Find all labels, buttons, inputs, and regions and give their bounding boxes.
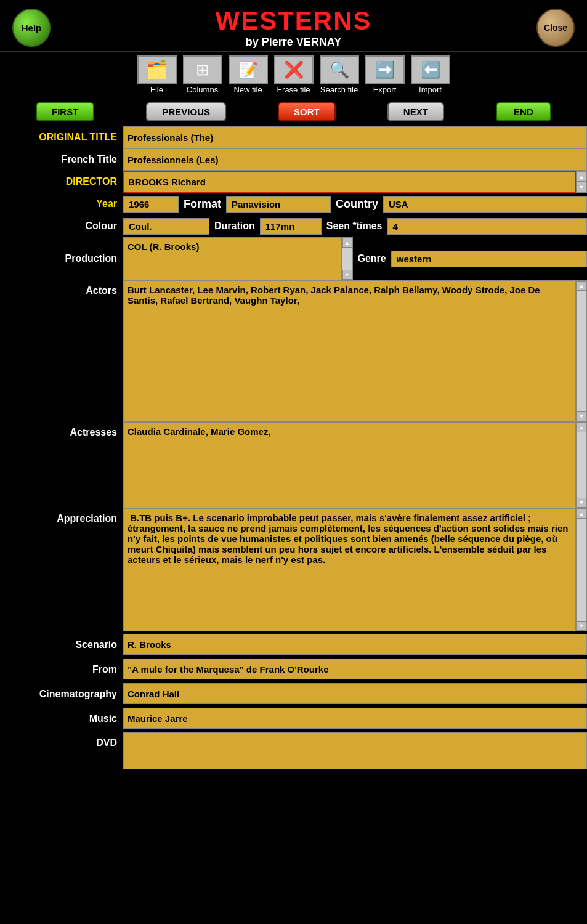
director-label: DIRECTOR: [0, 171, 123, 193]
actresses-scroll-down[interactable]: ▼: [577, 498, 586, 508]
french-title-label: French Title: [0, 148, 123, 171]
from-label: From: [0, 659, 123, 681]
production-scroll-down[interactable]: ▼: [342, 270, 352, 280]
duration-label: Duration: [209, 218, 260, 234]
actors-label: Actors: [0, 280, 123, 299]
erase-file-icon: ❌: [274, 55, 314, 84]
french-title-row: French Title Professionnels (Les): [0, 148, 587, 171]
production-scroll-up[interactable]: ▲: [342, 238, 352, 248]
import-icon: ⬅️: [411, 55, 450, 84]
year-value[interactable]: 1966: [123, 196, 179, 213]
director-scroll-down[interactable]: ▼: [577, 182, 586, 192]
actresses-label: Actresses: [0, 422, 123, 440]
actors-row: Actors ▲ ▼: [0, 280, 587, 422]
toolbar-search-label: Search file: [320, 85, 358, 94]
dvd-label: DVD: [0, 732, 123, 751]
director-scroll-up[interactable]: ▲: [577, 171, 586, 182]
end-button[interactable]: END: [496, 102, 551, 121]
toolbar-columns[interactable]: ⊞ Columns: [183, 55, 222, 94]
previous-button[interactable]: PREVIOUS: [146, 102, 226, 121]
export-icon: ➡️: [365, 55, 405, 84]
toolbar-search-file[interactable]: 🔍 Search file: [320, 55, 359, 94]
toolbar-erase-label: Erase file: [277, 85, 310, 94]
columns-icon: ⊞: [183, 55, 222, 84]
actors-scroll-down[interactable]: ▼: [577, 411, 586, 421]
first-button[interactable]: FIRST: [36, 102, 94, 121]
appreciation-label: Appreciation: [0, 508, 123, 527]
genre-label: Genre: [358, 253, 391, 264]
production-genre-row: Production ▲ ▼ Genre western: [0, 237, 587, 280]
from-row: From "A mule for the Marquesa" de Frank …: [0, 659, 587, 681]
production-scrollbar: ▲ ▼: [342, 237, 353, 280]
toolbar-new-file[interactable]: 📝 New file: [229, 55, 268, 94]
genre-value[interactable]: western: [391, 251, 587, 267]
toolbar-erase-file[interactable]: ❌ Erase file: [274, 55, 314, 94]
original-title-label: ORIGINAL TITLE: [0, 126, 123, 148]
actresses-value[interactable]: [123, 422, 576, 508]
actresses-scrollbar: ▲ ▼: [576, 422, 587, 508]
app-subtitle: by Pierre VERNAY: [0, 36, 587, 49]
colour-label: Colour: [0, 215, 123, 237]
toolbar-export-label: Export: [373, 85, 397, 94]
appreciation-scroll-up[interactable]: ▲: [577, 509, 586, 519]
toolbar: 🗂️ File ⊞ Columns 📝 New file ❌ Erase fil…: [0, 51, 587, 97]
format-value[interactable]: Panavision: [226, 196, 331, 213]
music-row: Music Maurice Jarre: [0, 708, 587, 730]
help-button[interactable]: Help: [12, 9, 51, 47]
actors-value[interactable]: [123, 280, 576, 422]
scenario-row: Scenario R. Brooks: [0, 634, 587, 656]
search-file-icon: 🔍: [320, 55, 359, 84]
format-label: Format: [179, 195, 226, 213]
music-label: Music: [0, 708, 123, 730]
director-value[interactable]: BROOKS Richard: [123, 171, 576, 193]
toolbar-new-file-label: New file: [233, 85, 262, 94]
toolbar-columns-label: Columns: [187, 85, 218, 94]
production-value[interactable]: [123, 237, 342, 280]
year-label: Year: [0, 193, 123, 215]
cinematography-value[interactable]: Conrad Hall: [123, 683, 587, 704]
toolbar-file[interactable]: 🗂️ File: [137, 55, 177, 94]
next-button[interactable]: NEXT: [387, 102, 444, 121]
from-value[interactable]: "A mule for the Marquesa" de Frank O'Rou…: [123, 659, 587, 679]
toolbar-import[interactable]: ⬅️ Import: [411, 55, 450, 94]
sort-button[interactable]: SORT: [278, 102, 336, 121]
toolbar-import-label: Import: [419, 85, 442, 94]
colour-value[interactable]: Coul.: [123, 218, 209, 235]
dvd-row: DVD: [0, 732, 587, 769]
scenario-value[interactable]: R. Brooks: [123, 634, 587, 655]
close-button[interactable]: Close: [536, 9, 575, 47]
cinematography-label: Cinematography: [0, 683, 123, 705]
music-value[interactable]: Maurice Jarre: [123, 708, 587, 729]
seen-value[interactable]: 4: [387, 218, 588, 235]
scenario-label: Scenario: [0, 634, 123, 656]
toolbar-file-label: File: [150, 85, 163, 94]
app-title: WESTERNS: [0, 6, 587, 36]
colour-duration-seen-row: Colour Coul. Duration 117mn Seen *times …: [0, 215, 587, 237]
toolbar-export[interactable]: ➡️ Export: [365, 55, 405, 94]
french-title-value[interactable]: Professionnels (Les): [123, 148, 587, 171]
director-scrollbar: ▲ ▼: [576, 171, 587, 193]
production-label: Production: [0, 251, 123, 267]
year-format-country-row: Year 1966 Format Panavision Country USA: [0, 193, 587, 215]
appreciation-value[interactable]: [123, 508, 576, 631]
new-file-icon: 📝: [229, 55, 268, 84]
actors-scroll-up[interactable]: ▲: [577, 281, 586, 291]
actresses-scroll-up[interactable]: ▲: [577, 423, 586, 432]
original-title-value[interactable]: Professionals (The): [123, 126, 587, 148]
country-label: Country: [331, 195, 383, 213]
appreciation-scrollbar: ▲ ▼: [576, 508, 587, 631]
actors-scrollbar: ▲ ▼: [576, 280, 587, 422]
appreciation-scroll-down[interactable]: ▼: [577, 621, 586, 631]
original-title-row: ORIGINAL TITLE Professionals (The): [0, 126, 587, 148]
actresses-row: Actresses ▲ ▼: [0, 422, 587, 508]
cinematography-row: Cinematography Conrad Hall: [0, 683, 587, 705]
dvd-value[interactable]: [123, 732, 587, 769]
country-value[interactable]: USA: [383, 196, 587, 213]
app-header: Help WESTERNS by Pierre VERNAY Close: [0, 0, 587, 51]
director-row: DIRECTOR BROOKS Richard ▲ ▼: [0, 171, 587, 193]
form-area: ORIGINAL TITLE Professionals (The) Frenc…: [0, 126, 587, 776]
genre-area: Genre western: [353, 237, 588, 280]
duration-value[interactable]: 117mn: [260, 218, 322, 235]
appreciation-row: Appreciation ▲ ▼: [0, 508, 587, 631]
seen-label: Seen *times: [322, 218, 387, 234]
